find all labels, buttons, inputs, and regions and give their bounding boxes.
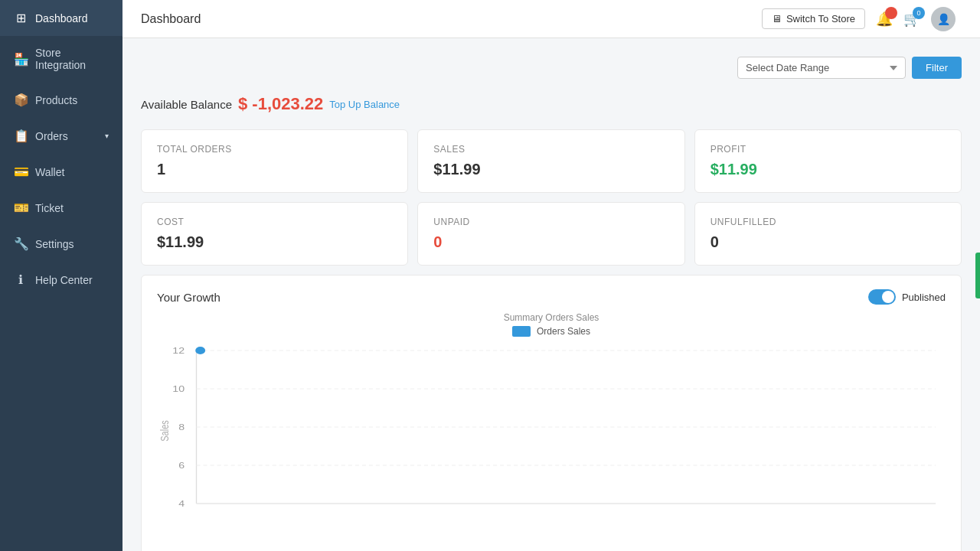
chart-data-point	[195, 347, 205, 354]
stat-value-sales: $11.99	[433, 161, 668, 178]
sidebar-item-label: Products	[35, 94, 109, 106]
right-accent-bar	[975, 253, 980, 298]
topup-balance-link[interactable]: Top Up Balance	[329, 99, 400, 110]
stat-label-total-orders: TOTAL ORDERS	[157, 144, 392, 155]
sidebar-item-wallet[interactable]: 💳 Wallet	[0, 154, 122, 190]
legend-label-orders-sales: Orders Sales	[537, 326, 590, 337]
filter-button[interactable]: Filter	[912, 57, 962, 79]
products-icon: 📦	[14, 93, 28, 107]
growth-card: Your Growth Published Summary Orders Sal…	[141, 275, 962, 551]
balance-row: Available Balance $ -1,023.22 Top Up Bal…	[141, 94, 962, 114]
chart-y-axis-label: Sales	[159, 420, 172, 442]
date-range-select[interactable]: Select Date Range Today This Week This M…	[737, 57, 906, 79]
sidebar-item-store-integration[interactable]: 🏪 Store Integration	[0, 36, 122, 82]
sidebar-item-ticket[interactable]: 🎫 Ticket	[0, 190, 122, 226]
stat-value-unfulfilled: 0	[710, 233, 946, 251]
chevron-down-icon: ▾	[105, 132, 109, 140]
balance-section: Available Balance $ -1,023.22 Top Up Bal…	[141, 94, 962, 114]
settings-icon: 🔧	[14, 236, 28, 251]
stat-card-sales: SALES $11.99	[417, 129, 684, 193]
svg-text:10: 10	[172, 384, 185, 393]
user-menu[interactable]: 👤	[931, 7, 962, 31]
stat-label-sales: SALES	[433, 144, 668, 155]
sidebar-item-products[interactable]: 📦 Products	[0, 82, 122, 118]
switch-store-button[interactable]: 🖥 Switch To Store	[762, 8, 865, 29]
published-toggle[interactable]	[868, 289, 896, 305]
cart-badge: 0	[913, 7, 925, 19]
notification-button[interactable]: 🔔	[876, 11, 893, 28]
switch-store-label: Switch To Store	[786, 13, 855, 24]
svg-text:6: 6	[178, 461, 185, 470]
sidebar-item-label: Dashboard	[35, 12, 109, 24]
growth-chart: 12 10 8 6 4 Sales	[157, 343, 946, 519]
svg-text:8: 8	[178, 422, 185, 432]
notification-badge	[885, 7, 897, 19]
stat-card-unpaid: UNPAID 0	[417, 202, 684, 266]
stat-label-cost: COST	[157, 217, 392, 227]
ticket-icon: 🎫	[14, 201, 28, 215]
stats-grid-row2: COST $11.99 UNPAID 0 UNFULFILLED 0	[141, 202, 962, 266]
main-content: Dashboard 🖥 Switch To Store 🔔 🛒 0 👤	[122, 0, 980, 551]
page-title: Dashboard	[141, 12, 201, 26]
dashboard-content: Select Date Range Today This Week This M…	[122, 38, 980, 551]
sidebar-item-label: Settings	[35, 238, 109, 250]
toggle-knob	[882, 291, 894, 303]
balance-amount: $ -1,023.22	[238, 94, 323, 114]
chart-container: 12 10 8 6 4 Sales	[157, 343, 946, 551]
stat-card-profit: PROFIT $11.99	[694, 129, 962, 193]
sidebar: ⊞ Dashboard 🏪 Store Integration 📦 Produc…	[0, 0, 122, 551]
growth-title: Your Growth	[157, 291, 220, 304]
stat-value-cost: $11.99	[157, 233, 392, 251]
sidebar-item-label: Wallet	[35, 166, 109, 178]
avatar: 👤	[931, 7, 956, 31]
chart-summary-label: Summary Orders Sales	[157, 312, 946, 323]
published-label: Published	[902, 292, 946, 303]
orders-icon: 📋	[14, 129, 28, 143]
sidebar-item-help-center[interactable]: ℹ Help Center	[0, 262, 122, 298]
svg-text:4: 4	[178, 499, 185, 508]
stat-label-unpaid: UNPAID	[433, 217, 668, 227]
stat-card-unfulfilled: UNFULFILLED 0	[694, 202, 962, 266]
topbar: Dashboard 🖥 Switch To Store 🔔 🛒 0 👤	[122, 0, 980, 38]
chart-legend: Orders Sales	[157, 326, 946, 337]
available-balance-label: Available Balance	[141, 98, 232, 111]
store-icon: 🏪	[14, 52, 28, 67]
published-toggle-container: Published	[868, 289, 946, 305]
stat-label-unfulfilled: UNFULFILLED	[710, 217, 946, 227]
stat-label-profit: PROFIT	[710, 144, 946, 155]
stat-value-total-orders: 1	[157, 161, 392, 178]
sidebar-item-orders[interactable]: 📋 Orders ▾	[0, 118, 122, 154]
dashboard-icon: ⊞	[14, 11, 28, 25]
growth-header: Your Growth Published	[157, 289, 946, 305]
wallet-icon: 💳	[14, 165, 28, 179]
legend-color-orders-sales	[512, 326, 531, 337]
sidebar-item-label: Help Center	[35, 274, 109, 286]
filter-bar: Select Date Range Today This Week This M…	[141, 57, 962, 79]
stat-value-unpaid: 0	[433, 233, 668, 251]
stat-card-cost: COST $11.99	[141, 202, 408, 266]
sidebar-item-dashboard[interactable]: ⊞ Dashboard	[0, 0, 122, 36]
sidebar-item-label: Store Integration	[35, 47, 109, 71]
sidebar-item-label: Ticket	[35, 202, 109, 214]
sidebar-item-settings[interactable]: 🔧 Settings	[0, 226, 122, 262]
stats-grid-row1: TOTAL ORDERS 1 SALES $11.99 PROFIT $11.9…	[141, 129, 962, 193]
cart-button[interactable]: 🛒 0	[903, 11, 920, 28]
monitor-icon: 🖥	[772, 13, 782, 24]
topbar-actions: 🖥 Switch To Store 🔔 🛒 0 👤	[762, 7, 962, 31]
help-icon: ℹ	[14, 272, 28, 287]
stat-card-total-orders: TOTAL ORDERS 1	[141, 129, 408, 193]
stat-value-profit: $11.99	[710, 161, 946, 178]
sidebar-item-label: Orders	[35, 130, 97, 142]
svg-text:12: 12	[172, 346, 185, 355]
